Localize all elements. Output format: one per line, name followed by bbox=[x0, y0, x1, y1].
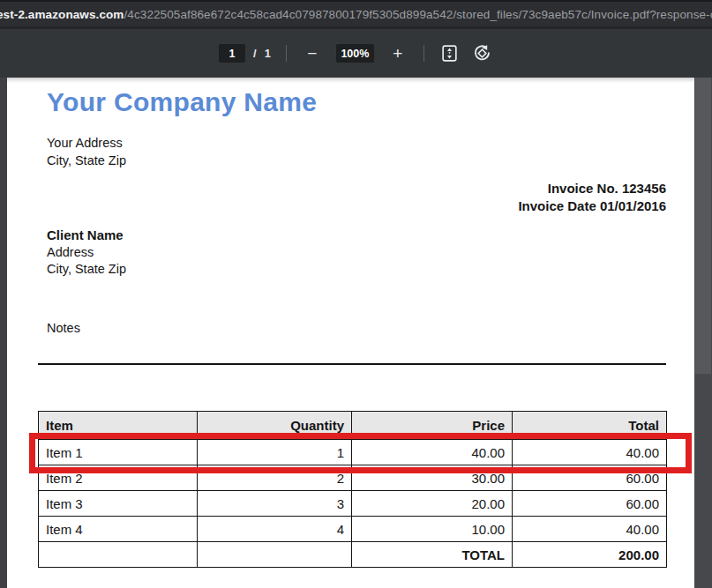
cell-total: 40.00 bbox=[513, 440, 667, 465]
table-row: Item 4 4 10.00 40.00 bbox=[39, 517, 667, 542]
header-price: Price bbox=[352, 412, 513, 440]
invoice-date: Invoice Date 01/01/2016 bbox=[518, 197, 666, 215]
company-address: Your Address City, State Zip bbox=[47, 134, 126, 169]
zoom-level-display: 100% bbox=[336, 44, 374, 63]
plus-icon: + bbox=[393, 45, 402, 62]
url-domain: est-2.amazonaws.com bbox=[0, 8, 124, 21]
header-total: Total bbox=[513, 412, 667, 440]
fit-to-page-button[interactable] bbox=[439, 43, 461, 64]
page-shadow bbox=[7, 78, 694, 83]
total-value-cell: 200.00 bbox=[513, 542, 667, 568]
client-address-line2: City, State Zip bbox=[47, 261, 126, 279]
cell-item: Item 1 bbox=[39, 440, 198, 465]
notes-label: Notes bbox=[47, 321, 80, 335]
invoice-number: Invoice No. 123456 bbox=[518, 180, 666, 197]
pdf-toolbar: 1 / 1 − 100% + bbox=[0, 29, 712, 78]
page-count-label: 1 bbox=[265, 47, 271, 60]
table-total-row: TOTAL 200.00 bbox=[39, 542, 667, 568]
table-row: Item 3 3 20.00 60.00 bbox=[39, 491, 667, 517]
header-quantity: Quantity bbox=[198, 412, 352, 440]
zoom-in-button[interactable]: + bbox=[387, 43, 408, 64]
scrollbar[interactable] bbox=[694, 78, 712, 588]
invoice-meta: Invoice No. 123456 Invoice Date 01/01/20… bbox=[518, 180, 666, 215]
cell-total: 40.00 bbox=[513, 517, 667, 542]
rotate-button[interactable] bbox=[472, 43, 493, 64]
cell-item: Item 4 bbox=[39, 517, 198, 542]
pdf-viewport: Your Company Name Your Address City, Sta… bbox=[0, 78, 712, 588]
cell-qty: 1 bbox=[198, 440, 352, 465]
scrollbar-thumb[interactable] bbox=[695, 78, 711, 374]
url-path: /4c322505af86e672c4c58cad4c07987800179f5… bbox=[124, 8, 712, 21]
cell-qty: 2 bbox=[198, 465, 352, 491]
cell-empty bbox=[39, 542, 198, 568]
url-field[interactable]: est-2.amazonaws.com/4c322505af86e672c4c5… bbox=[0, 8, 712, 21]
cell-empty bbox=[198, 542, 352, 568]
table-header-row: Item Quantity Price Total bbox=[39, 412, 667, 440]
toolbar-controls: 1 / 1 − 100% + bbox=[219, 43, 493, 64]
header-item: Item bbox=[39, 412, 198, 440]
divider-line bbox=[38, 363, 666, 365]
client-block: Client Name Address City, State Zip bbox=[47, 227, 126, 279]
cell-price: 10.00 bbox=[352, 517, 513, 542]
cell-item: Item 2 bbox=[39, 465, 198, 491]
zoom-out-button[interactable]: − bbox=[302, 43, 323, 64]
url-bar: est-2.amazonaws.com/4c322505af86e672c4c5… bbox=[0, 0, 712, 29]
cell-price: 20.00 bbox=[352, 491, 513, 517]
cell-price: 30.00 bbox=[352, 465, 513, 491]
rotate-counterclockwise-icon bbox=[473, 44, 491, 63]
invoice-table: Item Quantity Price Total Item 1 1 40.00… bbox=[38, 411, 667, 568]
cell-qty: 3 bbox=[198, 491, 352, 517]
pdf-page: Your Company Name Your Address City, Sta… bbox=[7, 78, 694, 588]
client-name: Client Name bbox=[47, 227, 126, 244]
page-number-input[interactable]: 1 bbox=[219, 44, 245, 63]
fit-to-page-icon bbox=[440, 44, 459, 63]
toolbar-separator bbox=[423, 45, 424, 62]
company-name: Your Company Name bbox=[47, 87, 317, 117]
cell-total: 60.00 bbox=[513, 465, 667, 491]
total-label-cell: TOTAL bbox=[352, 542, 513, 568]
table-row: Item 2 2 30.00 60.00 bbox=[39, 465, 667, 491]
page-divider: / bbox=[253, 47, 257, 60]
table-row: Item 1 1 40.00 40.00 bbox=[39, 440, 667, 465]
minus-icon: − bbox=[307, 45, 317, 62]
company-address-line2: City, State Zip bbox=[47, 152, 126, 169]
toolbar-separator bbox=[286, 45, 287, 62]
cell-price: 40.00 bbox=[352, 440, 513, 465]
cell-item: Item 3 bbox=[39, 491, 198, 517]
client-address-line1: Address bbox=[47, 244, 126, 262]
browser-window: est-2.amazonaws.com/4c322505af86e672c4c5… bbox=[0, 0, 712, 588]
company-address-line1: Your Address bbox=[47, 134, 126, 152]
cell-total: 60.00 bbox=[513, 491, 667, 517]
cell-qty: 4 bbox=[198, 517, 352, 542]
